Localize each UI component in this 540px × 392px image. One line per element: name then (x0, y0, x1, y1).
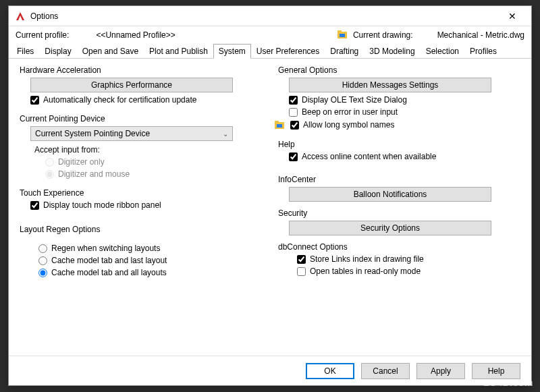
tab-plot-and-publish[interactable]: Plot and Publish (144, 44, 213, 58)
ok-button[interactable]: OK (306, 363, 354, 379)
group-layout-regen: Layout Regen Options Regen when switchin… (18, 225, 263, 280)
touch-ribbon-check[interactable]: Display touch mode ribbon panel (30, 200, 263, 210)
group-pointing-device: Current Pointing Device Current System P… (18, 114, 263, 181)
group-title: Hardware Acceleration (18, 65, 263, 75)
svg-rect-4 (275, 121, 279, 123)
apply-button[interactable]: Apply (416, 363, 465, 379)
tab-open-and-save[interactable]: Open and Save (77, 44, 144, 58)
profile-value: <<Unnamed Profile>> (96, 30, 175, 40)
drawing-label: Current drawing: (353, 30, 413, 40)
long-symbol-row: Allow long symbol names (274, 119, 522, 130)
group-security: Security Security Options (277, 208, 522, 235)
group-title: dbConnect Options (277, 242, 522, 252)
group-hardware-accel: Hardware Acceleration Graphics Performan… (18, 65, 263, 107)
pointing-device-select[interactable]: Current System Pointing Device ⌄ (30, 126, 233, 141)
right-column: General Options Hidden Messages Settings… (277, 65, 522, 352)
group-touch: Touch Experience Display touch mode ribb… (18, 188, 263, 213)
tab-3d-modeling[interactable]: 3D Modeling (364, 44, 420, 58)
tab-drafting[interactable]: Drafting (325, 44, 364, 58)
title-bar: Options ✕ (9, 6, 531, 26)
watermark: LO4D.com (483, 377, 533, 388)
group-title: InfoCenter (277, 175, 522, 184)
tab-selection[interactable]: Selection (421, 44, 464, 58)
svg-rect-5 (277, 124, 282, 128)
group-title: General Options (277, 65, 522, 75)
app-icon (14, 10, 26, 22)
group-title: Current Pointing Device (18, 114, 263, 123)
help-button[interactable]: Help (472, 363, 520, 379)
options-dialog: Options ✕ Current profile: <<Unnamed Pro… (8, 5, 532, 386)
tab-user-preferences[interactable]: User Preferences (251, 44, 325, 58)
security-options-button[interactable]: Security Options (289, 221, 491, 235)
touch-ribbon-checkbox[interactable] (30, 201, 39, 210)
cache-all-radio[interactable]: Cache model tab and all layouts (38, 268, 263, 277)
ole-text-size-check[interactable]: Display OLE Text Size Dialog (289, 95, 522, 105)
profile-label: Current profile: (16, 30, 69, 40)
group-help: Help Access online content when availabl… (277, 140, 522, 164)
tab-files[interactable]: Files (11, 44, 39, 58)
regen-switch-radio[interactable]: Regen when switching layouts (38, 244, 263, 253)
svg-rect-1 (338, 30, 342, 32)
tab-system[interactable]: System (213, 44, 251, 59)
cancel-button[interactable]: Cancel (361, 363, 410, 379)
close-button[interactable]: ✕ (499, 11, 526, 22)
svg-rect-2 (340, 34, 345, 37)
left-column: Hardware Acceleration Graphics Performan… (18, 65, 263, 352)
cache-last-radio[interactable]: Cache model tab and last layout (38, 256, 263, 265)
group-title: Layout Regen Options (18, 225, 263, 234)
group-general: General Options Hidden Messages Settings… (277, 65, 522, 133)
online-content-check[interactable]: Access online content when available (289, 152, 522, 161)
tab-content: Hardware Acceleration Graphics Performan… (9, 59, 531, 356)
group-title: Help (277, 140, 522, 149)
tab-profiles[interactable]: Profiles (464, 44, 502, 58)
group-title: Security (277, 208, 522, 218)
tab-display[interactable]: Display (39, 44, 76, 58)
readonly-tables-check[interactable]: Open tables in read-only mode (297, 267, 522, 276)
group-dbconnect: dbConnect Options Store Links index in d… (277, 242, 522, 279)
window-title: Options (30, 11, 499, 21)
digitizer-only-radio: Digitizer only (30, 157, 263, 167)
hidden-messages-button[interactable]: Hidden Messages Settings (289, 78, 491, 92)
drawing-file-icon (274, 119, 285, 130)
profile-row: Current profile: <<Unnamed Profile>> Cur… (9, 26, 531, 44)
auto-certification-checkbox[interactable] (30, 96, 39, 105)
accept-input-label: Accept input from: (34, 145, 263, 155)
chevron-down-icon: ⌄ (223, 130, 228, 138)
drawing-file-icon (337, 29, 349, 41)
graphics-performance-button[interactable]: Graphics Performance (30, 78, 233, 92)
group-title: Touch Experience (18, 188, 263, 198)
digitizer-mouse-radio: Digitizer and mouse (30, 169, 263, 179)
beep-error-check[interactable]: Beep on error in user input (289, 107, 522, 117)
drawing-value: Mechanical - Metric.dwg (437, 30, 524, 40)
long-symbol-checkbox[interactable] (290, 121, 299, 130)
store-links-check[interactable]: Store Links index in drawing file (297, 254, 522, 264)
auto-certification-check[interactable]: Automatically check for certification up… (30, 95, 263, 105)
tabs-row: FilesDisplayOpen and SavePlot and Publis… (9, 44, 531, 59)
group-infocenter: InfoCenter Balloon Notifications (277, 175, 522, 202)
balloon-notifications-button[interactable]: Balloon Notifications (289, 187, 491, 202)
dialog-footer: OK Cancel Apply Help (9, 356, 531, 385)
